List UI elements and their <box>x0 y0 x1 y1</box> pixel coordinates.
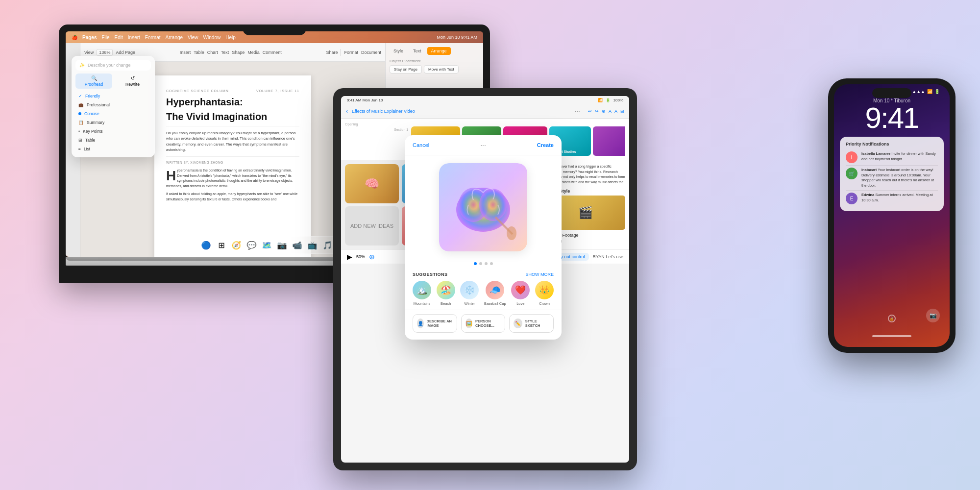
text-format-a-icon[interactable]: A <box>609 109 612 114</box>
inspector-tab-style[interactable]: Style <box>390 47 407 55</box>
dock-facetime[interactable]: 📹 <box>291 238 304 252</box>
describe-image-button[interactable]: 👤 DESCRIBE AN IMAGE <box>413 314 457 333</box>
menubar-left: 🍎 Pages File Edit Insert Format Arrange … <box>72 35 236 40</box>
undo-icon[interactable]: ↩ <box>588 109 592 114</box>
play-icon[interactable]: ▶ <box>347 253 352 261</box>
toolbar-insert[interactable]: Insert <box>180 50 191 55</box>
generated-brain-image <box>439 163 527 251</box>
menu-file[interactable]: File <box>101 35 109 40</box>
priority-header: Priority Notifications <box>846 142 938 147</box>
iphone-screen: ▲▲▲ 📶 🔋 Mon 10 * Tiburon 9:41 Priority N… <box>834 84 950 347</box>
dock-tv[interactable]: 📺 <box>306 238 319 252</box>
edwina-name: Edwina <box>861 193 874 197</box>
love-icon: ❤️ <box>511 281 530 299</box>
dock-maps[interactable]: 🗺️ <box>260 238 274 252</box>
move-with-text-button[interactable]: Move with Text <box>424 65 459 74</box>
ai-menu-list[interactable]: ≡ List <box>75 145 151 153</box>
toolbar-chart[interactable]: Chart <box>207 50 218 55</box>
toolbar-table[interactable]: Table <box>194 50 204 55</box>
suggestion-mountains[interactable]: 🏔️ Mountains <box>413 281 431 306</box>
ipad-back-label[interactable]: Effects of Music Explainer Video <box>352 109 415 114</box>
toolbar-shape[interactable]: Shape <box>232 50 245 55</box>
suggestion-love[interactable]: ❤️ Love <box>511 281 530 306</box>
dock-music[interactable]: 🎵 <box>321 238 335 252</box>
menu-view[interactable]: View <box>188 35 198 40</box>
inspector-placement-label: Object Placement <box>390 59 479 63</box>
style-sketch-button[interactable]: ✏️ STYLE SKETCH <box>509 314 554 333</box>
winter-label: Winter <box>460 301 479 306</box>
toolbar-addpage[interactable]: Add Page <box>116 50 135 55</box>
ai-menu-concise[interactable]: Concise <box>75 109 151 118</box>
notif-instacart: 🛒 Instacart Your Instacart order is on t… <box>846 166 938 191</box>
inspector-tab-text[interactable]: Text <box>409 47 425 55</box>
dock-photos[interactable]: 📷 <box>275 238 289 252</box>
toolbar-document[interactable]: Document <box>361 50 381 55</box>
ai-describe-input[interactable]: ✨ Describe your change <box>75 60 151 71</box>
menu-help[interactable]: Help <box>225 35 236 40</box>
suggestion-crown[interactable]: 👑 Crown <box>535 281 554 306</box>
ai-menu-table[interactable]: ⊞ Table <box>75 136 151 145</box>
content-brain-image: 🧠 <box>345 164 399 203</box>
toolbar-share[interactable]: Share <box>326 50 338 55</box>
show-more-button[interactable]: SHOW MORE <box>526 272 554 277</box>
ipad-back-icon[interactable]: ‹ <box>346 108 348 115</box>
toolbar-format[interactable]: Format <box>344 50 358 55</box>
winter-icon: ❄️ <box>460 281 479 299</box>
dock-safari[interactable]: 🧭 <box>230 238 244 252</box>
rewrite-button[interactable]: ↺ Rewrite <box>114 74 151 89</box>
clip-5[interactable] <box>593 126 625 156</box>
toolbar-view[interactable]: View <box>84 50 94 55</box>
macbook-notch <box>243 24 306 35</box>
priority-notifications-card: Priority Notifications I Isabella Lamarr… <box>840 137 944 211</box>
suggestion-beach[interactable]: 🏖️ Beach <box>437 281 455 306</box>
text-format-a2-icon[interactable]: A <box>614 109 617 114</box>
inspector-tab-arrange[interactable]: Arrange <box>427 47 451 55</box>
lock-icon[interactable]: 🔒 <box>888 315 896 322</box>
crown-icon: 👑 <box>535 281 554 299</box>
ipad-more-icon[interactable]: ··· <box>574 107 580 115</box>
camera-icon[interactable]: 📷 <box>926 309 940 322</box>
proofread-button[interactable]: 🔍 Proofread <box>75 74 112 89</box>
doc-column-tag: COGNITIVE SCIENCE COLUMN <box>166 89 229 93</box>
ai-menu-summary[interactable]: 📋 Summary <box>75 118 151 127</box>
menu-insert[interactable]: Insert <box>128 35 140 40</box>
menu-window[interactable]: Window <box>203 35 221 40</box>
ai-menu-friendly[interactable]: ✓ Friendly <box>75 92 151 100</box>
redo-icon[interactable]: ↪ <box>595 109 599 114</box>
grid-icon[interactable]: ⊞ <box>620 109 624 114</box>
describe-label: DESCRIBE AN IMAGE <box>427 319 453 328</box>
crown-label: Crown <box>535 301 554 306</box>
toolbar-zoom[interactable]: 136% <box>97 49 113 56</box>
timeline-section1-label: Section 1 <box>394 128 408 131</box>
person-choose-button[interactable]: 🖼️ PERSON CHOOSE... <box>461 314 506 333</box>
suggestion-winter[interactable]: ❄️ Winter <box>460 281 479 306</box>
dock-launchpad[interactable]: ⊞ <box>215 238 228 252</box>
ipad-status-icons: 📶 🔋 100% <box>598 98 623 102</box>
love-label: Love <box>511 301 530 306</box>
dock-messages[interactable]: 💬 <box>245 238 259 252</box>
stay-on-page-button[interactable]: Stay on Page <box>390 65 422 74</box>
doc-author: WRITTEN BY: XIAOMENG ZHONG <box>166 161 299 164</box>
ai-menu-professional[interactable]: 💼 Professional <box>75 100 151 109</box>
modal-create-button[interactable]: Create <box>537 142 554 148</box>
ai-popup-actions: 🔍 Proofread ↺ Rewrite <box>75 74 151 89</box>
menu-format[interactable]: Format <box>145 35 161 40</box>
dock-finder[interactable]: 🔵 <box>199 238 213 252</box>
ipad-status-bar: 9:41 AM Mon Jun 10 📶 🔋 100% <box>341 96 629 104</box>
ai-menu-keypoints[interactable]: • Key Points <box>75 127 151 136</box>
add-icon[interactable]: ⊕ <box>602 109 606 114</box>
toolbar-text[interactable]: Text <box>221 50 229 55</box>
inspector-section: Object Placement Stay on Page Move with … <box>390 59 479 74</box>
modal-suggestions: SUGGESTIONS SHOW MORE 🏔️ Mountains 🏖️ Be… <box>405 268 562 310</box>
menu-edit[interactable]: Edit <box>115 35 123 40</box>
zoom-control[interactable]: ⊕ <box>369 253 375 261</box>
toolbar-media[interactable]: Media <box>247 50 260 55</box>
toolbar-comment[interactable]: Comment <box>263 50 282 55</box>
modal-more-icon[interactable]: ··· <box>480 141 486 149</box>
edwina-avatar: E <box>846 193 858 204</box>
person-icon: 🖼️ <box>466 318 472 328</box>
suggestion-baseball[interactable]: 🧢 Baseball Cap <box>484 281 506 306</box>
iphone-time-display: Mon 10 * Tiburon 9:41 <box>834 94 950 133</box>
menu-arrange[interactable]: Arrange <box>166 35 183 40</box>
modal-cancel-button[interactable]: Cancel <box>413 142 429 148</box>
